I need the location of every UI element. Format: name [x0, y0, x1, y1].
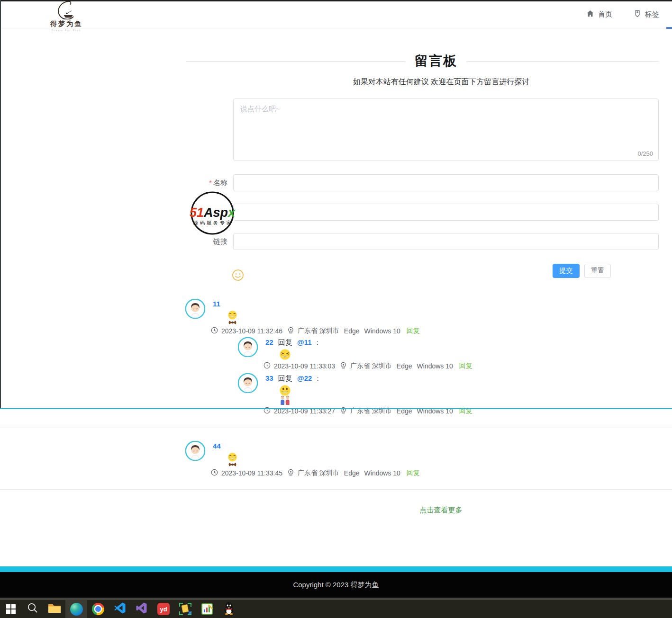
taskbar-visual-studio[interactable] [131, 600, 153, 618]
link-field-row: 链接 [186, 233, 659, 250]
scanner-tool-icon [179, 603, 191, 615]
site-logo[interactable]: 得梦为鱼 Dream For Fish [47, 0, 85, 32]
vs-code-icon [114, 602, 126, 616]
navbar: 得梦为鱼 Dream For Fish 首页 标签 [0, 0, 672, 28]
reply-word: 回复 [278, 338, 292, 346]
grinning-face-with-bow-emoji [226, 452, 238, 467]
email-field-row: *邮箱 [186, 204, 659, 221]
name-field-row: *名称 [186, 174, 659, 191]
name-input[interactable] [233, 174, 659, 191]
message-textarea[interactable] [233, 99, 659, 161]
smiling-open-mouth-emoji [279, 385, 291, 396]
location-icon [287, 469, 294, 477]
required-mark: * [209, 179, 212, 187]
link-input[interactable] [233, 233, 659, 250]
comment-browser: Edge [344, 327, 360, 335]
thread-divider [0, 489, 672, 490]
comment-list: 11 [185, 297, 659, 515]
grinning-face-with-bow-emoji [226, 310, 238, 325]
comment-time: 2023-10-09 11:33:03 [274, 362, 335, 370]
title-divider-left [186, 61, 405, 62]
horizontal-accent-line [0, 408, 672, 409]
search-icon [27, 602, 38, 616]
submit-button[interactable]: 提交 [553, 264, 580, 278]
comment-os: Windows 10 [364, 469, 400, 477]
file-explorer-icon [48, 602, 61, 616]
taskbar-youdao[interactable]: yd [153, 600, 174, 618]
mention-link[interactable]: @22 [297, 374, 312, 382]
comment-location: 广东省 深圳市 [298, 469, 339, 477]
reply-button[interactable]: 回复 [407, 469, 420, 477]
load-more-button[interactable]: 点击查看更多 [185, 506, 659, 515]
reply-button[interactable]: 回复 [407, 327, 420, 335]
visual-studio-icon [136, 602, 148, 616]
window-top-edge [0, 0, 672, 1]
home-icon [586, 10, 594, 19]
taskbar-search[interactable] [22, 600, 44, 618]
nav-item-home[interactable]: 首页 [586, 10, 612, 19]
scroll-indicator [666, 27, 672, 29]
page-title: 留言板 [415, 52, 457, 70]
brand-title: 得梦为鱼 [47, 20, 85, 28]
required-mark: * [209, 208, 212, 216]
nav-item-tags[interactable]: 标签 [634, 10, 659, 19]
windows-taskbar: yd [0, 598, 672, 618]
mention-link[interactable]: @11 [297, 338, 311, 346]
comment-os: Windows 10 [417, 362, 453, 370]
email-label: *邮箱 [186, 208, 233, 217]
comment-content [226, 310, 659, 325]
comment-time: 2023-10-09 11:32:46 [221, 327, 282, 335]
comment-os: Windows 10 [364, 327, 400, 335]
location-icon [340, 362, 347, 370]
comment-author: 44 [213, 442, 221, 450]
location-icon [287, 327, 294, 335]
email-input[interactable] [233, 204, 659, 221]
copyright-text: Copyright © 2023 得梦为鱼 [293, 581, 379, 590]
taskbar-text-editor[interactable] [196, 600, 218, 618]
sub-comment-list: 22 回复 @11 : [238, 337, 659, 415]
comment-header: 33 回复 @22 : [265, 374, 659, 383]
reply-button[interactable]: 回复 [459, 362, 472, 370]
window-left-edge [0, 0, 1, 408]
qq-penguin-icon [223, 601, 235, 617]
comment-content [279, 385, 659, 405]
comment-browser: Edge [397, 362, 412, 370]
windows-start-icon [6, 604, 16, 614]
board-subtitle: 如果对本站有任何建议 欢迎在页面下方留言进行探讨 [186, 77, 659, 87]
brand-caption: Dream For Fish [47, 29, 85, 32]
colon: : [317, 374, 319, 382]
nav-item-label: 首页 [598, 10, 612, 19]
char-counter: 0/250 [637, 150, 653, 157]
title-divider-right [467, 61, 659, 62]
comment-meta: 2023-10-09 11:33:03 广东省 深圳市 Edge Windows… [263, 361, 659, 370]
avatar [185, 441, 205, 461]
couple-holding-hands-emoji [279, 395, 291, 405]
page: 得梦为鱼 Dream For Fish 首页 标签 [0, 0, 672, 618]
clock-icon [211, 327, 218, 335]
avatar [238, 337, 258, 357]
board-title-row: 留言板 [186, 53, 659, 69]
comment-author: 22 [265, 338, 273, 346]
avatar [238, 373, 258, 393]
comment-header: 44 [213, 442, 659, 450]
comment-author: 33 [265, 374, 273, 382]
emoji-picker-button[interactable] [232, 269, 244, 281]
taskbar-vscode[interactable] [109, 600, 131, 618]
taskbar-file-explorer[interactable] [44, 600, 65, 618]
taskbar-scanner-tool[interactable] [174, 600, 196, 618]
nav-item-label: 标签 [645, 10, 659, 19]
taskbar-microsoft-edge[interactable] [65, 600, 87, 618]
taskbar-qq[interactable] [218, 600, 240, 618]
comment-meta: 2023-10-09 11:33:45 广东省 深圳市 Edge Windows… [211, 468, 659, 477]
start-button[interactable] [0, 600, 22, 618]
comment-time: 2023-10-09 11:33:45 [221, 469, 282, 477]
reply-word: 回复 [278, 374, 292, 382]
link-label: 链接 [186, 237, 233, 246]
comment-header: 22 回复 @11 : [265, 338, 659, 347]
message-input-wrap: 0/250 [233, 99, 659, 161]
taskbar-google-chrome[interactable] [87, 600, 109, 618]
reset-button[interactable]: 重置 [584, 264, 611, 278]
form-buttons: 提交 重置 [553, 264, 611, 278]
youdao-dict-icon: yd [157, 603, 170, 615]
footer: Copyright © 2023 得梦为鱼 [0, 572, 672, 598]
